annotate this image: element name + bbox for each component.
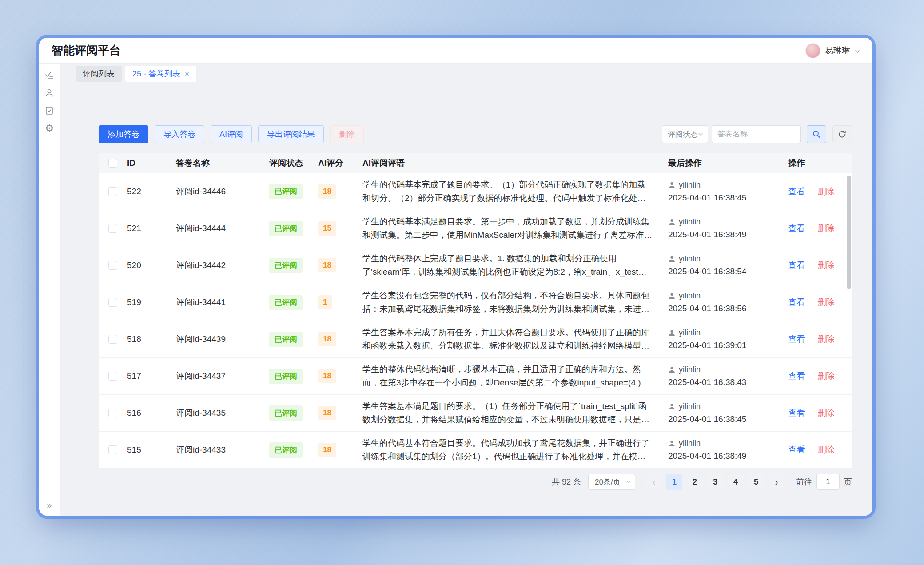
row-timestamp: 2025-04-01 16:39:01: [668, 341, 786, 350]
score-badge: 18: [318, 369, 336, 383]
close-icon[interactable]: ×: [185, 70, 189, 78]
document-check-icon[interactable]: [44, 105, 55, 116]
prev-page-button[interactable]: ‹: [646, 474, 662, 490]
person-icon: [668, 403, 676, 410]
delete-link[interactable]: 删除: [817, 445, 834, 454]
person-icon: [668, 440, 676, 447]
table-row: 519 评阅id-34441 已评阅 1 学生答案没有包含完整的代码，仅有部分结…: [99, 284, 852, 321]
tab-answer-sheet-list[interactable]: 25 - 答卷列表 ×: [125, 66, 196, 82]
row-operator: yilinlin: [679, 365, 701, 374]
import-answer-button[interactable]: 导入答卷: [155, 125, 204, 143]
review-list-icon[interactable]: [44, 70, 55, 80]
row-id: 517: [125, 371, 174, 381]
score-badge: 18: [318, 258, 336, 272]
delete-link[interactable]: 删除: [817, 334, 834, 344]
row-timestamp: 2025-04-01 16:38:56: [668, 304, 786, 313]
total-count: 共 92 条: [552, 477, 581, 487]
page-size-value: 20条/页: [595, 477, 621, 487]
refresh-button[interactable]: [832, 125, 852, 143]
delete-link[interactable]: 删除: [817, 260, 834, 270]
refresh-icon: [838, 130, 847, 139]
page-size-select[interactable]: 20条/页: [588, 474, 635, 490]
view-link[interactable]: 查看: [788, 334, 805, 344]
row-checkbox[interactable]: [108, 187, 117, 196]
table-row: 520 评阅id-34442 已评阅 18 学生的代码整体上完成了题目要求。1.…: [99, 247, 852, 284]
view-link[interactable]: 查看: [788, 445, 805, 454]
row-id: 519: [125, 297, 174, 307]
user-icon[interactable]: [44, 88, 55, 98]
row-checkbox[interactable]: [108, 298, 117, 307]
row-checkbox[interactable]: [108, 224, 117, 233]
row-ai-comment: 学生的代码基本完成了题目的要求。（1）部分代码正确实现了数据集的加载和切分。（2…: [361, 178, 666, 205]
app-header: 智能评阅平台 易琳琳: [39, 38, 872, 64]
avatar: [805, 43, 820, 58]
status-badge: 已评阅: [269, 295, 303, 310]
next-page-button[interactable]: ›: [769, 474, 785, 490]
select-all-checkbox[interactable]: [108, 159, 117, 168]
settings-gear-icon[interactable]: ⚙: [44, 123, 55, 134]
status-badge: 已评阅: [269, 405, 303, 421]
view-link[interactable]: 查看: [788, 371, 805, 381]
row-operator: yilinlin: [679, 402, 701, 411]
goto-page-input[interactable]: [816, 474, 840, 490]
user-menu[interactable]: 易琳琳: [805, 43, 860, 58]
delete-link[interactable]: 删除: [817, 297, 834, 307]
delete-link[interactable]: 删除: [817, 408, 834, 417]
row-id: 520: [125, 260, 174, 270]
review-status-select[interactable]: 评阅状态: [662, 125, 708, 143]
column-header-comment: AI评阅评语: [361, 157, 666, 169]
row-answer-name: 评阅id-34444: [174, 223, 267, 234]
page-button[interactable]: 1: [666, 474, 682, 490]
status-badge: 已评阅: [269, 369, 303, 384]
page-button[interactable]: 2: [687, 474, 703, 490]
column-header-score: AI评分: [316, 157, 361, 169]
row-ai-comment: 学生答案基本完成了所有任务，并且大体符合题目要求。代码使用了正确的库和函数来载入…: [361, 326, 666, 353]
page-title: 智能评阅平台: [52, 43, 121, 58]
row-answer-name: 评阅id-34446: [174, 186, 267, 197]
row-timestamp: 2025-04-01 16:38:43: [668, 377, 786, 387]
row-ai-comment: 学生的代码基本符合题目要求。代码成功加载了鸢尾花数据集，并正确进行了训练集和测试…: [361, 437, 666, 463]
row-id: 522: [125, 187, 174, 196]
search-button[interactable]: [807, 125, 826, 143]
row-checkbox[interactable]: [108, 335, 117, 344]
row-checkbox[interactable]: [108, 409, 117, 417]
status-badge: 已评阅: [269, 221, 303, 236]
view-link[interactable]: 查看: [788, 224, 805, 233]
row-timestamp: 2025-04-01 16:38:45: [668, 414, 786, 424]
tab-review-list[interactable]: 评阅列表: [76, 66, 122, 82]
row-checkbox[interactable]: [108, 372, 117, 381]
sidebar-expand-button[interactable]: »: [39, 500, 60, 510]
delete-link[interactable]: 删除: [817, 224, 834, 233]
row-answer-name: 评阅id-34441: [174, 297, 267, 308]
table-row: 517 评阅id-34437 已评阅 18 学生的整体代码结构清晰，步骤基本正确…: [99, 357, 852, 394]
row-id: 515: [125, 445, 174, 455]
status-badge: 已评阅: [269, 184, 303, 199]
row-checkbox[interactable]: [108, 261, 117, 270]
score-badge: 18: [318, 332, 336, 346]
answer-name-input[interactable]: [712, 125, 801, 143]
row-answer-name: 评阅id-34442: [174, 260, 267, 271]
score-badge: 15: [318, 221, 336, 236]
tab-bar: 评阅列表 25 - 答卷列表 ×: [76, 66, 196, 82]
view-link[interactable]: 查看: [788, 408, 805, 417]
ai-review-button[interactable]: AI评阅: [211, 125, 252, 143]
export-results-button[interactable]: 导出评阅结果: [258, 125, 324, 143]
delete-link[interactable]: 删除: [817, 187, 834, 196]
delete-link[interactable]: 删除: [817, 371, 834, 381]
row-checkbox[interactable]: [108, 445, 117, 454]
row-ai-comment: 学生答案没有包含完整的代码，仅有部分结构，不符合题目要求。具体问题包括：未加载鸢…: [361, 289, 666, 316]
app-window: 智能评阅平台 易琳琳 ⚙ » 评阅列表: [39, 38, 872, 516]
row-id: 518: [125, 334, 174, 344]
view-link[interactable]: 查看: [788, 260, 805, 270]
table-scrollbar[interactable]: [847, 176, 851, 289]
page-button[interactable]: 4: [728, 474, 744, 490]
user-name: 易琳琳: [825, 45, 850, 56]
table-row: 516 评阅id-34435 已评阅 18 学生答案基本满足题目的要求。（1）任…: [99, 394, 852, 431]
view-link[interactable]: 查看: [788, 187, 805, 196]
page-button[interactable]: 5: [748, 474, 764, 490]
select-placeholder: 评阅状态: [668, 129, 698, 140]
view-link[interactable]: 查看: [788, 297, 805, 307]
page-button[interactable]: 3: [707, 474, 723, 490]
delete-button[interactable]: 删除: [330, 125, 364, 143]
add-answer-button[interactable]: 添加答卷: [99, 125, 148, 143]
